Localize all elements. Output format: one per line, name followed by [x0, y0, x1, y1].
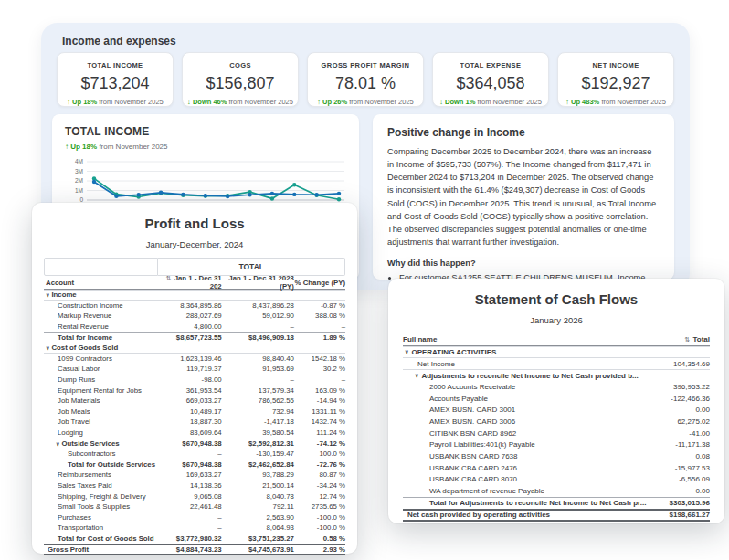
account-cell: Job Travel: [44, 417, 158, 426]
table-row: ∨Outside Services $670,948.38 $2,592,812…: [44, 438, 345, 449]
svg-text:3M: 3M: [75, 168, 83, 174]
account-cell: Total for Cost of Goods Sold: [44, 534, 158, 543]
account-label: Subcontractors: [68, 449, 115, 458]
line-item-label: Accounts Payable: [429, 395, 488, 403]
svg-text:2M: 2M: [75, 177, 83, 184]
chevron-down-icon[interactable]: ∨: [56, 441, 59, 447]
line-item-label: AMEX BUSN. CARD 3006: [429, 417, 515, 426]
kpi-card[interactable]: GROSS PROFIT MARGIN 78.01 % ↑ Up 26% fro…: [307, 52, 424, 107]
prior-year-cell: -130,159.47: [222, 449, 294, 458]
change-column-header[interactable]: % Change (PY): [294, 279, 345, 287]
account-label: Transportation: [58, 523, 103, 532]
account-label: Outside Services: [61, 439, 119, 448]
total-column-header[interactable]: ⇅ Total: [684, 335, 710, 343]
line-item-label: USBANK BSN CARD 7638: [429, 452, 517, 460]
current-period-cell: $670,948.38: [158, 460, 221, 469]
kpi-delta-percent: Up 18%: [72, 98, 97, 106]
line-item-label: USBANK CBA CARD 2476: [429, 464, 517, 472]
kpi-delta: ↑ Up 26% from November 2025: [312, 98, 419, 106]
kpi-card[interactable]: TOTAL EXPENSE $364,058 ↓ Down 1% from No…: [432, 52, 549, 107]
line-item-label: Net cash provided by operating activitie…: [407, 511, 550, 519]
trend-arrow-icon: ↓: [187, 98, 191, 106]
line-item-cell: WA department of revenue Payable: [403, 487, 544, 495]
percent-change-cell: 1.89 %: [294, 333, 345, 342]
kpi-delta-percent: Down 46%: [193, 98, 227, 106]
current-period-cell: 22,461.48: [158, 502, 221, 511]
prior-year-cell: –: [222, 375, 294, 384]
kpi-card[interactable]: NET INCOME $192,927 ↑ Up 483% from Novem…: [557, 52, 674, 107]
account-label: Total for Income: [58, 333, 112, 342]
line-item-cell: ∨Adjustments to reconcile Net Income to …: [403, 372, 639, 380]
line-item-cell: Payroll Liabilities:401(k) Payable: [403, 440, 535, 449]
table-row: Construction Income 8,364,895.86 8,437,8…: [44, 301, 345, 312]
kpi-delta-percent: Down 1%: [445, 98, 475, 106]
table-row: Job Travel 18,887.30 -1,417.18 1432.74 %: [44, 417, 345, 428]
period-column-label: Jan 1 - Dec 31 202: [174, 274, 222, 291]
account-cell: Reimbursements: [44, 470, 158, 479]
current-period-cell: 288,027.69: [158, 312, 221, 320]
line-item-cell: USBANK CBA CARD 8070: [403, 475, 517, 483]
line-item-cell: USBANK BSN CARD 7638: [403, 452, 517, 460]
account-cell: ∨Income: [44, 291, 158, 299]
table-row: Reimbursements 169,633.27 93,788.29 80.8…: [44, 470, 345, 481]
line-item-label: Net Income: [417, 360, 455, 368]
line-item-label: USBANK CBA CARD 8070: [429, 475, 517, 483]
line-item-label: WA department of revenue Payable: [429, 487, 544, 495]
account-cell: Gross Profit: [44, 545, 158, 554]
prior-year-column-header[interactable]: Jan 1 - Dec 31 2023 (PY): [222, 274, 294, 291]
kpi-value: $713,204: [61, 74, 169, 93]
account-label: Small Tools & Supplies: [58, 502, 130, 511]
sort-icon[interactable]: ⇅: [684, 336, 690, 343]
account-cell: Transportation: [44, 523, 158, 532]
total-column-label: Total: [692, 335, 710, 343]
table-row: Total for Income $8,657,723.55 $8,496,90…: [44, 332, 345, 343]
current-period-cell: 669,033.27: [158, 396, 221, 405]
chevron-down-icon[interactable]: ∨: [46, 345, 49, 351]
account-label: Sales Taxes Paid: [58, 481, 112, 490]
chevron-down-icon[interactable]: ∨: [405, 349, 408, 354]
total-cell: 0.08: [695, 452, 710, 460]
panel-title: Income and expenses: [62, 35, 176, 48]
account-column-header[interactable]: Account: [44, 279, 158, 287]
kpi-card[interactable]: TOTAL INCOME $713,204 ↑ Up 18% from Nove…: [57, 52, 174, 107]
table-row: ∨OPERATING ACTIVITIES: [403, 346, 710, 358]
percent-change-cell: 2.93 %: [294, 545, 345, 554]
account-cell: Job Materials: [44, 396, 158, 405]
period-column-header[interactable]: ⇅ Jan 1 - Dec 31 202: [158, 274, 221, 291]
cash-flow-table: Full name ⇅ Total ∨OPERATING ACTIVITIES …: [403, 333, 710, 522]
prior-year-cell: 39,580.54: [222, 428, 294, 437]
total-header-row: TOTAL: [44, 258, 345, 276]
full-name-column-header[interactable]: Full name: [403, 335, 437, 343]
profit-loss-title: Profit and Loss: [32, 216, 357, 231]
account-label: Job Materials: [58, 396, 100, 405]
sort-icon[interactable]: ⇅: [166, 275, 172, 281]
account-label: Casual Labor: [58, 365, 100, 373]
chevron-down-icon[interactable]: ∨: [415, 373, 418, 378]
account-label: Total for Cost of Goods Sold: [58, 534, 154, 543]
trend-arrow-icon: ↑: [565, 98, 569, 106]
prior-year-cell: 137,579.34: [222, 386, 294, 395]
table-row: Small Tools & Supplies 22,461.48 792.11 …: [44, 502, 345, 512]
chevron-down-icon[interactable]: ∨: [46, 292, 49, 298]
account-cell: Job Meals: [44, 407, 158, 416]
chart-title: TOTAL INCOME: [65, 125, 346, 138]
kpi-value: $156,807: [186, 74, 294, 93]
prior-year-cell: $2,462,652.84: [222, 460, 294, 469]
kpi-delta: ↑ Up 483% from November 2025: [562, 98, 670, 106]
kpi-row: TOTAL INCOME $713,204 ↑ Up 18% from Nove…: [57, 52, 674, 107]
kpi-label: GROSS PROFIT MARGIN: [312, 61, 419, 69]
table-row: 1099 Contractors 1,623,139.46 98,840.40 …: [44, 354, 345, 365]
prior-year-cell: $3,751,235.27: [222, 534, 294, 543]
percent-change-cell: –: [294, 375, 345, 384]
percent-change-cell: 100.0 %: [294, 449, 345, 458]
cash-flow-title: Statement of Cash Flows: [388, 291, 724, 307]
account-label: 1099 Contractors: [58, 354, 112, 363]
line-item-cell: Accounts Payable: [403, 395, 488, 403]
kpi-label: COGS: [186, 61, 294, 69]
trend-arrow-icon: ↓: [439, 98, 443, 106]
kpi-value: $364,058: [437, 74, 544, 93]
kpi-card[interactable]: COGS $156,807 ↓ Down 46% from November 2…: [182, 52, 299, 107]
current-period-cell: $670,948.38: [158, 439, 221, 448]
table-row: Payroll Liabilities:401(k) Payable -11,1…: [403, 439, 710, 451]
table-row: Rental Revenue 4,800.00 – –: [44, 322, 345, 333]
